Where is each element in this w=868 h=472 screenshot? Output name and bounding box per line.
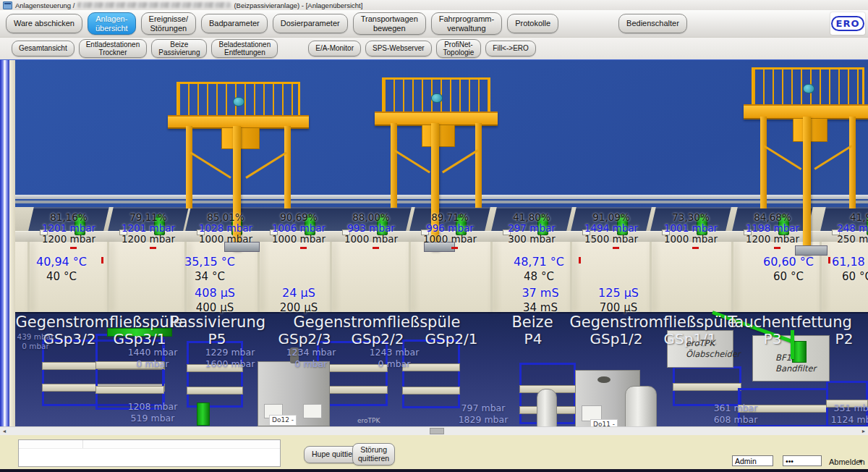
pressure-setpoint: 1200 mbar [25, 234, 112, 245]
toolbar-button-fahrprogramm-verwaltung[interactable]: Fahrprogramm- verwaltung [431, 12, 502, 35]
toolbar-button-badparameter[interactable]: Badparameter [201, 14, 268, 33]
bath-reading-1: 40,94 °C40 °C [14, 256, 109, 283]
bath-reading-3: 408 µS400 µS [168, 287, 262, 314]
equipment-pressure-line2: 0 mbar [370, 358, 420, 370]
reading-setpoint: 34 °C [163, 271, 257, 283]
toolbar-button-transportwagen-bewegen[interactable]: Transportwagen bewegen [353, 12, 426, 35]
equipment-label-3: eroTPK Ölabscheider [686, 338, 741, 360]
viewbar-button-profinet-topologie[interactable]: ProfiNet- Topologie [436, 39, 482, 58]
password-field[interactable] [783, 455, 822, 466]
crane-motor [233, 97, 244, 106]
station-group-title-5: Gegenstromfließspüle [570, 313, 737, 331]
station-group-title-4: Beize [511, 313, 553, 331]
acknowledge-fault-button[interactable]: Störung quittieren [352, 443, 395, 465]
viewbar-buttons: GesamtansichtEntladestationen TrocknerBe… [12, 39, 536, 58]
tank-gauge-10: 84,68%1198 mbar1200 mbar [729, 212, 816, 245]
transport-crane-2 [375, 77, 498, 208]
fill-percent: 41,9 [817, 212, 868, 223]
rack-shelf [673, 383, 741, 391]
viewbar-button-entladestationen-trockner[interactable]: Entladestationen Trockner [79, 39, 148, 58]
pressure-actual: 1494 mbar [568, 223, 655, 234]
equipment-pressure-line2: 519 mbar [128, 413, 178, 424]
scrollbar-right-arrow-icon[interactable]: ► [859, 427, 868, 435]
tank-gauge-9: 73,30%1001 mbar1000 mbar [647, 212, 734, 245]
pressure-setpoint: 1200 mbar [105, 234, 192, 245]
viewbar-button-ea-monitor[interactable]: E/A-Monitor [308, 41, 361, 56]
crane-brace [442, 149, 479, 173]
tank-divider [731, 242, 733, 312]
equipment-label-1: Do12 - [269, 415, 297, 426]
station-label-gsp31: GSp3/1 [113, 330, 166, 347]
alarm-tick [70, 247, 77, 249]
station-label-p2: P2 [835, 330, 854, 347]
equipment-pressure-line2: 0 mbar [286, 358, 336, 370]
equipment-pressure-4: 1234 mbar0 mbar [286, 347, 336, 370]
window-title-suffix: (Beizpassivieranlage) - [Anlagenübersich… [234, 1, 362, 9]
crane-leg [849, 117, 856, 208]
equipment-pressure-1: 439 mbar0 mbar [17, 332, 54, 351]
tank-gauge-5: 88,00%993 mbar1000 mbar [328, 212, 414, 245]
equipment-pressure-line1: 1229 mbar [205, 347, 255, 358]
scene-horizontal-scrollbar[interactable]: ◄ ► [0, 426, 868, 435]
transport-crane-3 [744, 67, 868, 208]
pressure-actual: 1201 mbar [105, 223, 192, 234]
reading-setpoint: 400 µS [168, 302, 262, 314]
tank-gauge-6: 89,71%996 mbar1000 mbar [407, 212, 493, 245]
station-label-gsp12: GSp1/2 [590, 330, 642, 347]
viewbar-button-beize-passivierung[interactable]: Beize Passivierung [151, 39, 207, 58]
crane-leg [760, 117, 767, 208]
storage-cylinder [625, 386, 657, 427]
reading-setpoint: 200 µS [252, 302, 346, 314]
equipment-pressure-line2: 0 mbar [17, 342, 54, 351]
pressure-setpoint: 1200 mbar [729, 234, 816, 245]
alarm-list[interactable] [18, 439, 281, 467]
tank-gauge-8: 91,09%1494 mbar1500 mbar [568, 212, 655, 245]
fill-percent: 88,00% [328, 212, 414, 223]
equipment-pressure-3: 1229 mbar1600 mbar [205, 347, 255, 370]
reading-setpoint: 700 µS [571, 302, 665, 314]
logout-dropdown-icon[interactable]: ▼ [858, 458, 864, 465]
equipment-pressure-line1: 1234 mbar [286, 347, 336, 358]
reading-actual: 40,94 °C [14, 256, 109, 269]
toolbar-button-dosierparameter[interactable]: Dosierparameter [273, 14, 348, 33]
transport-crane-1 [168, 82, 309, 208]
station-group-title-1: Gegenstromfließspüle [16, 313, 183, 331]
toolbar-button-bedienschalter[interactable]: Bedienschalter [618, 14, 687, 33]
equipment-pressure-2: 1440 mbar0 mbar [128, 347, 178, 370]
plant-3d-view[interactable]: 81,16%1201 mbar1200 mbar79,11%1201 mbar1… [0, 59, 868, 427]
pressure-actual: 248 mbar [817, 223, 868, 234]
bath-reading-2: 35,15 °C34 °C [163, 256, 257, 283]
equipment-pressure-8: 361 mbar608 mbar [714, 403, 758, 426]
reading-actual: 35,15 °C [163, 256, 257, 269]
reading-actual: 48,71 °C [492, 256, 586, 269]
fill-percent: 81,16% [25, 212, 112, 223]
viewbar-button-sps-webserver[interactable]: SPS-Webserver [365, 41, 432, 56]
left-wall-edge [9, 60, 15, 427]
pump-rack [673, 366, 741, 406]
scrollbar-left-arrow-icon[interactable]: ◄ [0, 427, 9, 435]
scrollbar-thumb[interactable] [430, 428, 444, 434]
viewbar-button-gesamtansicht[interactable]: Gesamtansicht [12, 41, 75, 56]
equipment-pressure-line2: 1600 mbar [205, 358, 255, 370]
toolbar-button-ware-abschicken[interactable]: Ware abschicken [6, 14, 82, 33]
crane-leg [391, 123, 397, 208]
username-field[interactable] [732, 455, 773, 466]
viewbar-button-fill-ero[interactable]: Fill<->ERO [485, 41, 535, 56]
reading-actual: 61,18 °C [810, 256, 868, 269]
station-label-gsp21: GSp2/1 [425, 330, 477, 347]
alarm-tick [774, 247, 780, 249]
equipment-pressure-line1: 439 mbar [17, 332, 54, 342]
station-group-title-6: Tauchentfettung [728, 313, 852, 331]
toolbar-button-protokolle[interactable]: Protokolle [507, 14, 558, 33]
toolbar-button-anlagen-uebersicht[interactable]: Anlagen- übersicht [88, 12, 136, 35]
station-label-gsp23: GSp2/3 [278, 330, 331, 347]
equipment-pressure-line2: 1829 mbar [459, 414, 509, 426]
station-label-p5: P5 [208, 330, 226, 347]
toolbar-button-ereignisse-stoerungen[interactable]: Ereignisse/ Störungen [141, 12, 196, 35]
alarm-tick [300, 247, 307, 249]
viewbar-button-beladestationen-entfettungen[interactable]: Beladestationen Entfettungen [211, 39, 278, 58]
station-group-title-2: Passivierung [170, 313, 265, 331]
reading-actual: 408 µS [168, 287, 262, 300]
status-bar: Hupe quittieren Störung quittieren Abmel… [0, 435, 868, 469]
window-icon [3, 1, 12, 9]
